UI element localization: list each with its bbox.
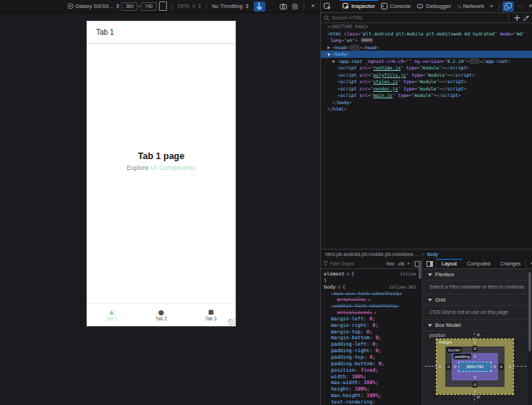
responsive-mode-button[interactable] (502, 1, 514, 12)
viewport-resize-grip[interactable] (228, 319, 235, 325)
padding-top-value[interactable]: 0 (473, 354, 476, 359)
margin-top-value[interactable]: 0 (473, 340, 476, 344)
border-left-value[interactable]: 0 (446, 364, 451, 370)
markup-line[interactable]: <!DOCTYPE html> (321, 23, 532, 30)
markup-line[interactable]: <script src="runtime.js" type="module"><… (321, 64, 532, 72)
rule-row[interactable]: margin-top: 0; (321, 329, 422, 336)
rule-source-link[interactable]: inline:361 (389, 284, 416, 291)
grid-section-header[interactable]: Grid (424, 294, 532, 306)
border-bottom-value[interactable]: 0 (472, 382, 477, 388)
tab-layout[interactable]: Layout (437, 259, 462, 268)
rdm-close-button[interactable]: × (307, 1, 319, 12)
three-pane-toggle-button[interactable] (424, 259, 437, 268)
tab-network[interactable]: ↑↓ Network (454, 0, 486, 12)
rule-row[interactable]: antialiased;⚠ (321, 310, 422, 316)
rule-row[interactable]: body⚙{inline:361 (321, 284, 422, 291)
margin-right-value[interactable]: 0 (509, 364, 511, 369)
rule-row[interactable]: grayscale;⚠ (321, 297, 422, 303)
ui-components-link[interactable]: UI Components (150, 164, 196, 171)
rule-row[interactable]: padding-top: 0; (321, 354, 422, 361)
rule-row[interactable]: max-width: 100%; (321, 380, 422, 386)
rule-row[interactable]: margin-right: 0; (321, 323, 422, 329)
rule-row[interactable]: text-rendering: (321, 399, 422, 405)
padding-bottom-value[interactable]: 0 (473, 375, 476, 380)
tab-changes[interactable]: Changes (495, 259, 525, 268)
tab-debugger[interactable]: Debugger (413, 0, 454, 12)
margin-left-value[interactable]: 0 (439, 364, 441, 369)
boxmodel-section-header[interactable]: Box Model (424, 320, 532, 331)
rule-row[interactable]: } (321, 278, 422, 284)
breadcrumb-item-body[interactable]: body (427, 252, 438, 257)
position-top-value[interactable]: 0 (477, 333, 479, 337)
markup-line[interactable]: <script src="main.js" type="module"></sc… (321, 92, 532, 99)
rule-row[interactable]: height: 100%; (321, 386, 422, 393)
breadcrumb-item-html[interactable]: html.plt-android.plt-mobile.plt-mobilewe… (325, 252, 419, 257)
screenshot-button[interactable] (278, 1, 289, 12)
border-top-value[interactable]: 0 (472, 346, 477, 351)
tab-console[interactable]: Console (378, 0, 413, 12)
rule-row[interactable]: -webkit-font-smoothing: (321, 303, 422, 310)
markup-line[interactable]: <head>···</head> (321, 44, 532, 51)
flexbox-section-header[interactable]: Flexbox (424, 269, 532, 281)
rule-gear-icon[interactable]: ⚙ (337, 284, 340, 289)
rule-row[interactable]: position: fixed; (321, 367, 422, 374)
collapsed-ellipsis-badge[interactable]: ··· (350, 45, 359, 50)
throttling-selector[interactable]: No Throttling (212, 3, 249, 9)
box-model-margin-ring[interactable]: margin 0 0 0 0 border 0 0 0 0 padding 0 (437, 339, 513, 394)
tab-button-tab2[interactable]: ● Tab 2 (137, 304, 186, 326)
box-model-content[interactable]: 360×740 (458, 362, 492, 372)
rule-row[interactable]: padding-bottom: 0; (321, 361, 422, 367)
expand-twisty-icon[interactable] (327, 46, 330, 49)
viewport-height-input[interactable] (141, 2, 157, 11)
margin-bottom-value[interactable]: 0 (473, 389, 476, 393)
add-rule-button[interactable]: + (406, 261, 411, 266)
rotate-viewport-button[interactable] (159, 1, 167, 11)
rule-source-link[interactable]: inline (400, 271, 416, 278)
pick-element-button[interactable] (321, 0, 334, 12)
tab-inspector[interactable]: Inspector (340, 0, 378, 12)
rule-row[interactable]: width: 100%; (321, 374, 422, 380)
eyedropper-button[interactable] (523, 15, 532, 21)
search-html-input[interactable] (330, 15, 505, 20)
markup-line[interactable]: <script src="styles.js" type="module"></… (321, 78, 532, 85)
meatball-menu-button[interactable]: ··· (514, 3, 525, 9)
rule-row[interactable]: element⚙{inline (321, 271, 422, 278)
markup-line[interactable]: <html class="plt-android plt-mobile plt-… (321, 30, 532, 38)
markup-line[interactable]: <body> (321, 51, 532, 58)
more-tabs-button[interactable]: » (487, 0, 496, 12)
rules-scrollbar[interactable] (419, 260, 421, 279)
padding-left-value[interactable]: 0 (454, 364, 456, 369)
rule-row[interactable]: margin-bottom: 0; (321, 335, 422, 341)
box-model-padding-ring[interactable]: padding 0 0 0 0 360×740 (452, 353, 498, 380)
markup-line[interactable]: <script src="vendor.js" type="module"></… (321, 85, 532, 93)
rdm-settings-button[interactable] (289, 1, 301, 12)
devtools-close-button[interactable]: × (525, 3, 532, 9)
rule-row[interactable]: max-height: 100%; (321, 393, 422, 399)
device-selector[interactable]: Galaxy S9/S9… (67, 3, 119, 9)
box-model-border-ring[interactable]: border 0 0 0 0 padding 0 0 0 0 360×7 (445, 346, 505, 387)
sidebar-tabs-dropdown[interactable] (525, 259, 532, 268)
rule-gear-icon[interactable]: ⚙ (346, 271, 350, 276)
tab-button-tab1[interactable]: ▲ Tab 1 (87, 304, 137, 326)
class-toggle[interactable]: .cls (395, 261, 406, 266)
border-right-value[interactable]: 0 (499, 364, 504, 370)
tab-computed[interactable]: Computed (462, 259, 495, 268)
position-bottom-value[interactable]: 0 (477, 395, 479, 399)
event-badge[interactable]: event (361, 38, 373, 43)
markup-line[interactable]: </html> (321, 106, 532, 113)
rule-row[interactable]: -moz-osx-font-smoothing: (321, 291, 422, 297)
markup-line[interactable]: lang="en"> event (321, 37, 532, 44)
rule-row[interactable]: margin-left: 0; (321, 316, 422, 323)
dpr-selector[interactable]: DPR: 4 (178, 3, 201, 9)
add-node-button[interactable]: + (512, 12, 523, 25)
touch-simulation-button[interactable] (254, 1, 265, 12)
markup-line[interactable]: <script src="polyfills.js" type="module"… (321, 72, 532, 79)
filter-styles-input[interactable] (328, 261, 384, 266)
pseudo-class-toggle[interactable]: :hov (384, 261, 395, 266)
rule-row[interactable]: padding-right: 0; (321, 348, 422, 354)
expand-twisty-icon[interactable] (332, 60, 335, 63)
layout-scrollbar-thumb[interactable] (528, 272, 531, 351)
collapsed-ellipsis-badge[interactable]: ··· (470, 59, 479, 64)
collapse-twisty-icon[interactable] (327, 54, 330, 56)
rule-row[interactable]: padding-left: 0; (321, 341, 422, 348)
